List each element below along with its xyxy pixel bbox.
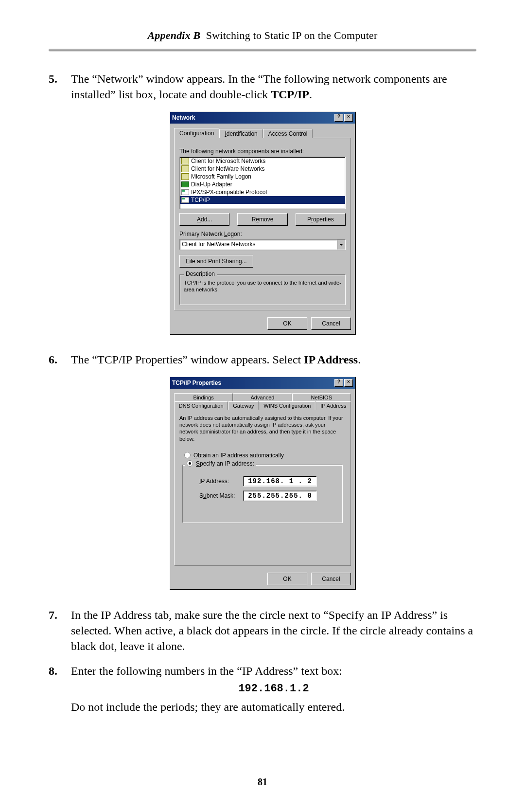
ip-address-label: IP Address: bbox=[199, 478, 243, 485]
tab-gateway[interactable]: Gateway bbox=[228, 401, 259, 410]
tab-netbios[interactable]: NetBIOS bbox=[292, 393, 351, 401]
ip-address-field[interactable]: 192.168. 1 . 2 bbox=[243, 476, 317, 487]
network-title: Network bbox=[172, 114, 334, 121]
tab-bindings[interactable]: Bindings bbox=[174, 393, 233, 401]
page-number: 81 bbox=[0, 776, 525, 788]
appendix-prefix: Appendix B bbox=[147, 29, 200, 41]
client-icon bbox=[181, 165, 189, 172]
tcpip-titlebar: TCP/IP Properties ? × bbox=[170, 377, 355, 389]
radio-auto-row[interactable]: Obtain an IP address automatically bbox=[184, 452, 346, 459]
cancel-button[interactable]: Cancel bbox=[311, 573, 351, 585]
tcpip-tabs-row2: DNS Configuration Gateway WINS Configura… bbox=[174, 401, 351, 410]
subnet-mask-field[interactable]: 255.255.255. 0 bbox=[243, 490, 317, 501]
page-header: Appendix B Switching to Static IP on the… bbox=[49, 29, 476, 42]
tcpip-title: TCP/IP Properties bbox=[172, 379, 334, 386]
ok-button[interactable]: OK bbox=[267, 573, 307, 585]
description-legend: Description bbox=[184, 271, 217, 277]
radio-specify-row[interactable]: Specify an IP address: bbox=[185, 460, 256, 467]
remove-button[interactable]: Remove bbox=[237, 213, 287, 226]
subnet-mask-row: Subnet Mask: 255.255.255. 0 bbox=[199, 490, 338, 501]
list-item[interactable]: Microsoft Family Logon bbox=[180, 173, 345, 180]
close-button[interactable]: × bbox=[344, 114, 353, 122]
list-item[interactable]: Client for Microsoft Networks bbox=[180, 157, 345, 165]
tab-advanced[interactable]: Advanced bbox=[233, 393, 292, 401]
ok-button[interactable]: OK bbox=[267, 317, 307, 330]
step-6: 6. The “TCP/IP Properties” window appear… bbox=[49, 352, 476, 367]
network-titlebar: Network ? × bbox=[170, 112, 355, 124]
description-group: Description TCP/IP is the protocol you u… bbox=[179, 274, 346, 306]
radio-obtain-auto[interactable] bbox=[184, 452, 191, 458]
cancel-button[interactable]: Cancel bbox=[311, 317, 351, 330]
tcpip-properties-dialog: TCP/IP Properties ? × Bindings Advanced … bbox=[170, 377, 355, 590]
step-5-number: 5. bbox=[49, 71, 71, 103]
tab-configuration[interactable]: Configuration bbox=[174, 128, 219, 138]
add-button[interactable]: Add... bbox=[179, 213, 229, 226]
specify-ip-group: Specify an IP address: IP Address: 192.1… bbox=[182, 465, 343, 523]
properties-button[interactable]: Properties bbox=[296, 213, 346, 226]
primary-logon-value: Client for NetWare Networks bbox=[180, 240, 337, 250]
protocol-icon bbox=[181, 197, 189, 203]
svg-marker-0 bbox=[339, 244, 343, 246]
configuration-pane: The following network components are ins… bbox=[174, 138, 351, 311]
adapter-icon bbox=[181, 181, 189, 187]
header-rule bbox=[49, 49, 476, 52]
step-7-text: In the IP Address tab, make sure the the… bbox=[71, 607, 476, 654]
list-item[interactable]: Dial-Up Adapter bbox=[180, 180, 345, 188]
description-text: TCP/IP is the protocol you use to connec… bbox=[184, 280, 341, 293]
file-print-sharing-button[interactable]: File and Print Sharing... bbox=[179, 255, 253, 268]
ip-address-pane: An IP address can be automatically assig… bbox=[174, 409, 351, 566]
client-icon bbox=[181, 173, 189, 180]
list-item[interactable]: Client for NetWare Networks bbox=[180, 165, 345, 173]
help-button[interactable]: ? bbox=[334, 379, 343, 387]
tab-access-control[interactable]: Access Control bbox=[263, 129, 313, 138]
tcpip-tabs-row1: Bindings Advanced NetBIOS bbox=[174, 393, 351, 401]
step-8-text: Enter the following numbers in the “IP A… bbox=[71, 663, 476, 715]
protocol-icon bbox=[181, 189, 189, 195]
components-label: The following network components are ins… bbox=[179, 148, 346, 155]
step-7-number: 7. bbox=[49, 607, 71, 654]
tab-wins[interactable]: WINS Configuration bbox=[259, 401, 315, 410]
step-6-number: 6. bbox=[49, 352, 71, 367]
appendix-title: Switching to Static IP on the Computer bbox=[206, 29, 378, 41]
subnet-mask-label: Subnet Mask: bbox=[199, 492, 243, 499]
components-listbox[interactable]: Client for Microsoft Networks Client for… bbox=[179, 157, 346, 209]
help-button[interactable]: ? bbox=[334, 114, 343, 122]
list-item-tcpip[interactable]: TCP/IP bbox=[180, 196, 345, 204]
tab-dns[interactable]: DNS Configuration bbox=[174, 401, 228, 410]
client-icon bbox=[181, 158, 189, 164]
primary-logon-label: Primary Network Logon: bbox=[179, 231, 346, 237]
network-tabs: Configuration Identification Access Cont… bbox=[174, 128, 351, 138]
close-button[interactable]: × bbox=[344, 379, 353, 387]
step-8-number: 8. bbox=[49, 663, 71, 715]
primary-logon-combo[interactable]: Client for NetWare Networks bbox=[179, 239, 346, 250]
step-7: 7. In the IP Address tab, make sure the … bbox=[49, 607, 476, 654]
tab-ip-address[interactable]: IP Address bbox=[315, 401, 351, 410]
step-6-text: The “TCP/IP Properties” window appears. … bbox=[71, 352, 476, 367]
step-8-ip: 192.168.1.2 bbox=[71, 682, 476, 696]
step-5: 5. The “Network” window appears. In the … bbox=[49, 71, 476, 103]
tab-identification[interactable]: Identification bbox=[219, 129, 262, 138]
step-8: 8. Enter the following numbers in the “I… bbox=[49, 663, 476, 715]
radio-specify-ip[interactable] bbox=[187, 460, 193, 467]
list-item[interactable]: IPX/SPX-compatible Protocol bbox=[180, 188, 345, 196]
ip-address-row: IP Address: 192.168. 1 . 2 bbox=[199, 476, 338, 487]
step-5-text: The “Network” window appears. In the “Th… bbox=[71, 71, 476, 103]
network-dialog: Network ? × Configuration Identification… bbox=[170, 111, 355, 335]
ip-info-text: An IP address can be automatically assig… bbox=[179, 415, 346, 442]
dropdown-arrow-icon[interactable] bbox=[337, 240, 345, 250]
